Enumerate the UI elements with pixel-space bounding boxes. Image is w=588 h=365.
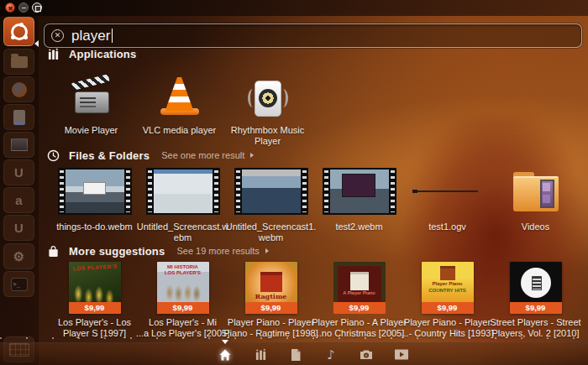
suggestion-result[interactable]: A Player Piano $9,99 Player Piano - A Pl… xyxy=(315,262,403,339)
price-badge: $9,99 xyxy=(245,302,297,314)
applications-lens-icon[interactable] xyxy=(254,348,267,362)
price-badge: $9,99 xyxy=(157,302,209,314)
prompt-icon: >_ xyxy=(11,278,28,291)
ubuntu-logo-icon xyxy=(11,23,28,40)
ubuntu-dash-icon[interactable] xyxy=(3,17,34,46)
suggestions-row: LOS PLAYER'S $9,99 Los Player's - Los Pl… xyxy=(50,262,580,339)
launcher: U a U ⚙ >_ xyxy=(0,16,39,365)
terminal-icon[interactable]: >_ xyxy=(3,271,34,297)
cover-title-text: Ragtime xyxy=(245,292,297,300)
letter-a-icon: a xyxy=(15,193,22,207)
libreoffice-writer-icon[interactable] xyxy=(3,104,34,130)
film-thumbnail xyxy=(323,168,396,215)
rhythmbox-speaker-icon xyxy=(249,79,286,117)
software-center-icon[interactable]: U xyxy=(3,215,34,241)
file-result[interactable]: things-to-do.webm xyxy=(50,167,139,243)
browser-globe-icon xyxy=(12,82,27,97)
home-lens-icon[interactable] xyxy=(218,348,232,362)
dash: ✕ player Applications Movie Player xyxy=(39,16,588,342)
minimize-icon[interactable] xyxy=(18,3,29,13)
price-badge: $9,99 xyxy=(69,302,121,314)
section-title: Files & Folders xyxy=(69,149,150,162)
firefox-icon[interactable] xyxy=(3,76,34,102)
see-more-arrow-icon xyxy=(250,153,254,158)
search-query-text: player xyxy=(71,28,110,44)
ubuntu-one-icon[interactable]: U xyxy=(3,159,34,185)
search-input[interactable]: ✕ player xyxy=(44,23,582,48)
home-folder-icon[interactable] xyxy=(3,49,34,75)
app-label: Rhythmbox Music Player xyxy=(214,125,322,147)
files-row: things-to-do.webm Untitled_Screencast.w … xyxy=(50,167,580,243)
album-cover: A Player Piano $9,99 xyxy=(333,262,386,314)
clear-search-icon[interactable]: ✕ xyxy=(51,29,64,42)
app-result-rhythmbox[interactable]: Rhythmbox Music Player xyxy=(223,74,312,147)
album-cover: LOS PLAYER'S $9,99 xyxy=(69,262,121,314)
top-panel xyxy=(0,0,588,16)
applications-row: Movie Player VLC media player Rhythmbox … xyxy=(47,74,312,147)
close-icon[interactable] xyxy=(5,3,15,13)
files-lens-icon[interactable] xyxy=(289,348,302,362)
file-label: Videos xyxy=(482,222,588,232)
lens-bar: ♪ xyxy=(0,342,588,365)
applications-category-icon xyxy=(46,47,60,60)
film-thumbnail xyxy=(146,168,220,215)
lens-icons: ♪ xyxy=(39,343,588,365)
album-cover: MI HISTORIA LOS PLAYER'S $9,99 xyxy=(157,262,209,314)
album-cover: $9,99 xyxy=(510,262,562,314)
files-section-header: Files & Folders See one more result xyxy=(46,149,254,162)
line-thumbnail xyxy=(417,190,478,192)
files-see-more-link[interactable]: See one more result xyxy=(161,150,254,160)
letter-u-icon: U xyxy=(14,165,24,180)
text-caret xyxy=(112,29,113,43)
cover-title-text: MI HISTORIA LOS PLAYER'S xyxy=(157,264,209,276)
gear-icon: ⚙ xyxy=(13,249,24,264)
suggestions-see-more-link[interactable]: See 19 more results xyxy=(176,246,268,256)
image-gallery-icon[interactable] xyxy=(3,132,34,158)
film-thumbnail xyxy=(58,168,132,215)
suggestion-label: Street Players - Street Players, Vol. 2 … xyxy=(482,317,588,339)
suggestion-result[interactable]: Player PianoCOUNTRY HITS $9,99 Player Pi… xyxy=(403,262,491,339)
videos-folder-icon xyxy=(513,176,559,211)
section-title: More suggestions xyxy=(69,245,165,258)
file-result[interactable]: test2.webm xyxy=(315,167,403,243)
cover-title-text: Player PianoCOUNTRY HITS xyxy=(422,280,474,294)
clock-icon xyxy=(46,149,60,162)
suggestions-section-header: More suggestions See 19 more results xyxy=(46,244,269,258)
album-cover: Ragtime $9,99 xyxy=(245,262,297,314)
applications-section-header: Applications xyxy=(46,47,136,60)
album-cover: Player PianoCOUNTRY HITS $9,99 xyxy=(422,262,474,314)
system-settings-icon[interactable]: ⚙ xyxy=(3,243,34,269)
price-badge: $9,99 xyxy=(510,302,562,314)
price-badge: $9,99 xyxy=(333,302,386,314)
photos-lens-icon[interactable] xyxy=(360,348,373,362)
ubuntu-dash-screen: U a U ⚙ >_ ✕ player Applications xyxy=(0,0,588,365)
videos-lens-icon[interactable] xyxy=(395,348,408,362)
file-result[interactable]: Untitled_Screencast.w ebm xyxy=(139,167,227,243)
lens-bar-dotted-edge xyxy=(0,337,588,339)
app-result-vlc[interactable]: VLC media player xyxy=(135,74,223,147)
cover-title-text: A Player Piano xyxy=(333,290,386,295)
music-lens-icon[interactable]: ♪ xyxy=(324,348,338,362)
amazon-icon[interactable]: a xyxy=(3,187,34,213)
suggestion-result[interactable]: MI HISTORIA LOS PLAYER'S $9,99 Los Playe… xyxy=(139,262,227,339)
suggestion-result[interactable]: Ragtime $9,99 Player Piano - Player Pian… xyxy=(227,262,315,339)
suggestion-result[interactable]: LOS PLAYER'S $9,99 Los Player's - Los Pl… xyxy=(50,262,139,339)
active-lens-indicator xyxy=(222,340,228,344)
focused-arrow-icon xyxy=(34,40,39,47)
app-result-movie-player[interactable]: Movie Player xyxy=(47,74,135,147)
folder-icon xyxy=(11,56,28,68)
file-result[interactable]: Untitled_Screencast1. webm xyxy=(227,167,315,243)
vlc-cone-icon xyxy=(160,77,199,117)
shopping-bag-icon xyxy=(46,244,60,258)
section-title: Applications xyxy=(69,48,136,60)
film-thumbnail xyxy=(234,168,308,215)
folder-result-videos[interactable]: Videos xyxy=(491,167,580,243)
suggestion-result[interactable]: $9,99 Street Players - Street Players, V… xyxy=(491,262,580,339)
cover-title-text: LOS PLAYER'S xyxy=(69,263,121,271)
price-badge: $9,99 xyxy=(422,302,474,314)
file-result[interactable]: test1.ogv xyxy=(403,167,491,243)
photo-icon xyxy=(11,138,28,151)
maximize-icon[interactable] xyxy=(32,3,42,13)
movie-player-icon xyxy=(71,80,112,117)
see-more-arrow-icon xyxy=(265,248,269,253)
